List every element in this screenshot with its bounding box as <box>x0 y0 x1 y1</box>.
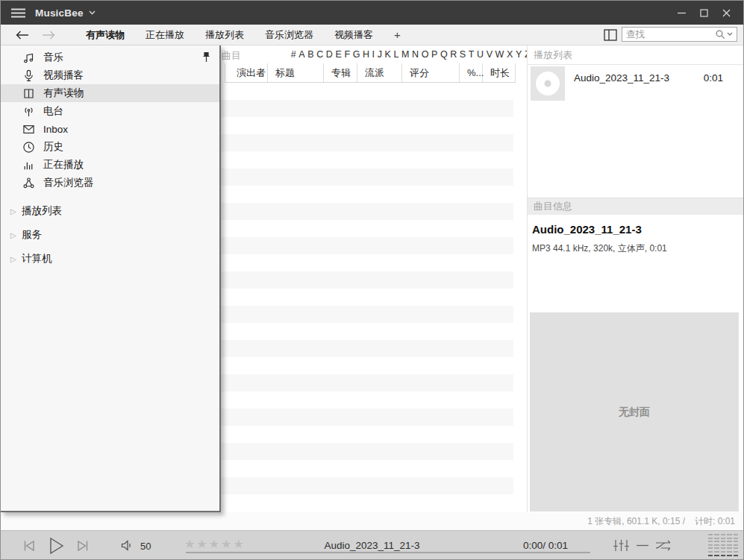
sidebar-item-audiobooks[interactable]: 有声读物 <box>1 84 219 102</box>
previous-track-button[interactable] <box>22 538 37 553</box>
alphabet-letter[interactable]: V <box>485 49 494 60</box>
maximize-button[interactable] <box>693 3 715 22</box>
alphabet-letter[interactable]: I <box>371 49 376 60</box>
alphabet-letter[interactable]: G <box>351 49 361 60</box>
column-header-3[interactable]: 流派 <box>357 63 402 82</box>
alphabet-letter[interactable]: # <box>290 49 298 60</box>
tab-0[interactable]: 有声读物 <box>75 25 135 45</box>
chevron-down-icon[interactable] <box>89 10 96 15</box>
star-icon[interactable]: ★ <box>196 538 208 550</box>
tab-1[interactable]: 正在播放 <box>135 25 195 45</box>
column-header-6[interactable]: 时长 <box>483 63 516 82</box>
track-row <box>219 83 513 100</box>
alphabet-letter[interactable]: M <box>400 49 410 60</box>
app-title[interactable]: MusicBee <box>35 7 84 19</box>
equalizer-icon[interactable] <box>613 538 630 553</box>
minimize-button[interactable] <box>670 3 693 22</box>
track-row <box>219 169 513 186</box>
alphabet-letter[interactable]: C <box>315 49 325 60</box>
hamburger-menu-icon[interactable] <box>11 8 25 18</box>
alphabet-letter[interactable]: P <box>430 49 439 60</box>
pin-icon[interactable] <box>201 51 211 63</box>
track-row <box>219 409 513 426</box>
alphabet-letter[interactable]: O <box>420 49 430 60</box>
window-controls <box>670 3 737 22</box>
alphabet-letter[interactable]: U <box>475 49 485 60</box>
search-options-chevron-icon[interactable] <box>727 32 733 37</box>
star-icon[interactable]: ★ <box>184 538 196 550</box>
rating-stars[interactable]: ★★★★★ <box>184 538 246 550</box>
panel-layout-icon[interactable] <box>604 29 617 41</box>
track-row <box>219 100 513 117</box>
forward-arrow-icon[interactable] <box>42 31 55 40</box>
shuffle-icon[interactable] <box>654 538 675 553</box>
bars-icon <box>22 159 35 172</box>
sidebar-item-now-playing[interactable]: 正在播放 <box>1 156 219 174</box>
play-button[interactable] <box>46 535 66 556</box>
sidebar-item-inbox[interactable]: Inbox <box>1 120 219 138</box>
new-tab-button[interactable]: + <box>384 28 411 41</box>
expand-triangle-icon: ▷ <box>10 207 19 215</box>
volume-value: 50 <box>140 541 151 552</box>
alphabet-letter[interactable]: L <box>393 49 401 60</box>
track-row <box>219 391 513 409</box>
alphabet-letter[interactable]: Y <box>514 49 523 60</box>
sidebar-group-playlists[interactable]: ▷播放列表 <box>1 202 219 220</box>
alphabet-letter[interactable]: X <box>505 49 514 60</box>
track-row <box>219 460 513 477</box>
search-icon[interactable] <box>715 29 725 40</box>
sidebar-item-video-podcast[interactable]: 视频播客 <box>1 66 219 84</box>
book-icon <box>22 87 35 100</box>
volume-icon[interactable] <box>120 539 135 552</box>
column-header-0[interactable]: 演出者 <box>225 63 268 82</box>
sidebar-item-music-explorer[interactable]: 音乐浏览器 <box>1 174 219 192</box>
seek-bar[interactable] <box>186 552 590 553</box>
alphabet-letter[interactable]: J <box>376 49 384 60</box>
next-track-button[interactable] <box>75 538 90 553</box>
tab-2[interactable]: 播放列表 <box>195 25 254 45</box>
column-header-2[interactable]: 专辑 <box>324 63 357 82</box>
track-row <box>219 340 513 357</box>
tab-list: 有声读物正在播放播放列表音乐浏览器视频播客 <box>75 25 384 45</box>
alphabet-letter[interactable]: Q <box>439 49 448 60</box>
tab-3[interactable]: 音乐浏览器 <box>254 25 324 45</box>
expand-triangle-icon: ▷ <box>10 255 19 263</box>
sidebar-item-radio[interactable]: 电台 <box>1 102 219 120</box>
alphabet-letter[interactable]: B <box>306 49 315 60</box>
alphabet-letter[interactable]: F <box>343 49 351 60</box>
alphabet-letter[interactable]: T <box>467 49 475 60</box>
sidebar-item-history[interactable]: 历史 <box>1 138 219 156</box>
sidebar-item-music[interactable]: 音乐 <box>1 48 219 66</box>
alphabet-letter[interactable]: R <box>448 49 458 60</box>
column-header-5[interactable]: %... <box>460 63 483 82</box>
sidebar-item-label: 视频播客 <box>43 69 84 82</box>
sidebar-group-services[interactable]: ▷服务 <box>1 226 219 244</box>
spectrum-visualizer[interactable] <box>708 534 738 556</box>
alphabet-letter[interactable]: K <box>384 49 393 60</box>
star-icon[interactable]: ★ <box>221 538 233 550</box>
alphabet-letter[interactable]: W <box>494 49 505 60</box>
close-button[interactable] <box>715 3 737 22</box>
tab-4[interactable]: 视频播客 <box>324 25 384 45</box>
sidebar-group-computer[interactable]: ▷计算机 <box>1 250 219 268</box>
alphabet-letter[interactable]: E <box>334 49 343 60</box>
alphabet-letter[interactable]: N <box>410 49 420 60</box>
star-icon[interactable]: ★ <box>209 538 221 550</box>
track-row <box>219 220 513 237</box>
search-box <box>622 27 737 42</box>
alphabet-letter[interactable]: S <box>458 49 467 60</box>
alphabet-letter[interactable]: H <box>361 49 371 60</box>
track-row <box>219 477 513 494</box>
column-header-4[interactable]: 评分 <box>402 63 460 82</box>
back-arrow-icon[interactable] <box>16 31 29 40</box>
volume-analyser-minus-icon[interactable] <box>636 538 649 553</box>
alphabet-letter[interactable]: A <box>298 49 307 60</box>
star-icon[interactable]: ★ <box>233 538 245 550</box>
column-header-1[interactable]: 标题 <box>268 63 324 82</box>
alphabet-letter[interactable]: D <box>325 49 334 60</box>
sidebar-item-label: 有声读物 <box>43 86 84 100</box>
playlist-item[interactable]: Audio_2023_11_21-30:01 <box>528 65 744 101</box>
track-row <box>219 306 513 323</box>
alphabet-jump-bar: #ABCDEFGHIJKLMNOPQRSTUVWXYZ <box>290 49 531 60</box>
search-input[interactable] <box>626 29 715 40</box>
